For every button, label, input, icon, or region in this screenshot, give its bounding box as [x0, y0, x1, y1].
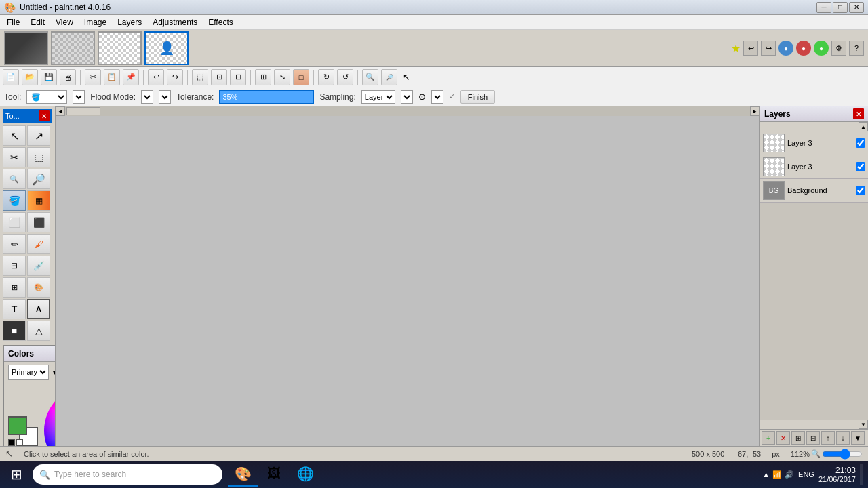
tool-dropdown[interactable]: ▾	[73, 90, 85, 104]
show-desktop[interactable]	[860, 464, 863, 485]
sampling-icon-dropdown[interactable]: ▾	[431, 90, 443, 104]
layer-visible-2[interactable]	[856, 162, 865, 171]
menu-edit[interactable]: Edit	[25, 16, 50, 28]
tool-fill-rect[interactable]: ■	[3, 321, 26, 341]
layer-visible-1[interactable]	[856, 138, 865, 148]
tool-triangle[interactable]: △	[27, 321, 50, 341]
layers-more-btn[interactable]: ▼	[851, 431, 865, 445]
layers-up-btn[interactable]: ↑	[821, 431, 835, 445]
tool-shape1[interactable]: ⬜	[3, 212, 26, 232]
undo-btn[interactable]: ↩	[148, 69, 164, 85]
zoom-out-btn[interactable]: 🔎	[381, 69, 397, 85]
tool-pencil[interactable]: ✏	[3, 234, 26, 254]
save-btn[interactable]: 💾	[41, 69, 57, 85]
toolbox-close[interactable]: ✕	[39, 110, 50, 121]
zoom-slider[interactable]	[822, 449, 863, 460]
tool-arrow[interactable]: ↖	[3, 125, 26, 146]
layer-visible-3[interactable]	[856, 186, 865, 195]
taskbar-search[interactable]: 🔍 Type here to search	[33, 464, 222, 485]
layers-add-btn[interactable]: +	[762, 431, 775, 445]
layer-item-1[interactable]: Layer 3	[760, 131, 868, 155]
help-icon[interactable]: ?	[849, 41, 864, 56]
tool-recolor[interactable]: 🎨	[27, 277, 50, 298]
taskbar-app-browser[interactable]: 🌐	[290, 462, 320, 487]
thumbnail-1[interactable]	[4, 31, 48, 65]
scroll-right-arrow[interactable]: ►	[750, 106, 760, 116]
tool-gradient[interactable]: ▦	[27, 190, 50, 211]
rotate-cw-btn[interactable]: ↻	[318, 69, 334, 85]
layers-duplicate-btn[interactable]: ⊞	[791, 431, 805, 445]
tool-text[interactable]: T	[3, 299, 26, 319]
color-wheel[interactable]	[44, 386, 56, 446]
select-all-btn[interactable]: ⬚	[192, 69, 208, 85]
open-btn[interactable]: 📂	[22, 69, 38, 85]
menu-image[interactable]: Image	[79, 16, 112, 28]
tool-paintbucket[interactable]: 🪣	[3, 190, 26, 211]
tool-zoom[interactable]: 🔍	[3, 169, 26, 189]
layers-down-btn[interactable]: ↓	[836, 431, 850, 445]
scroll-left-arrow[interactable]: ◄	[56, 106, 65, 116]
deselect-btn[interactable]: ⊡	[211, 69, 227, 85]
tool-magic-select[interactable]: ⬚	[27, 147, 50, 167]
crop-btn[interactable]: ⊞	[255, 69, 271, 85]
layers-down-arrow[interactable]: ▼	[859, 420, 868, 429]
title-controls[interactable]: ─ □ ✕	[816, 2, 864, 13]
tool-colorpicker[interactable]: 💉	[27, 256, 50, 276]
copy-btn[interactable]: 📋	[104, 69, 120, 85]
start-button[interactable]: ⊞	[3, 462, 30, 487]
layers-close[interactable]: ✕	[853, 108, 864, 119]
print-btn[interactable]: 🖨	[60, 69, 76, 85]
thumbnail-2[interactable]	[51, 31, 95, 65]
tool-brush[interactable]: 🖌	[27, 234, 50, 254]
paste-btn[interactable]: 📌	[123, 69, 139, 85]
rotate-ccw-btn[interactable]: ↺	[337, 69, 353, 85]
tool-shape2[interactable]: ⬛	[27, 212, 50, 232]
sampling-dropdown[interactable]: ▾	[401, 90, 413, 104]
h-scroll-thumb[interactable]	[66, 107, 100, 115]
horizontal-scrollbar[interactable]: ◄ ►	[56, 106, 760, 116]
taskbar-app-paintnet[interactable]: 🎨	[228, 462, 258, 487]
layers-delete-btn[interactable]: ✕	[776, 431, 790, 445]
layer-item-2[interactable]: Layer 3	[760, 155, 868, 179]
fg-color-swatch[interactable]	[8, 416, 27, 435]
layer-item-3[interactable]: BG Background	[760, 179, 868, 203]
menu-layers[interactable]: Layers	[112, 16, 147, 28]
canvas-size-btn[interactable]: □	[293, 69, 309, 85]
menu-effects[interactable]: Effects	[203, 16, 238, 28]
flood-mode-select[interactable]: ▾	[141, 90, 153, 104]
finish-button[interactable]: Finish	[460, 90, 495, 104]
primary-select[interactable]: Primary	[8, 365, 49, 380]
cut-btn[interactable]: ✂	[85, 69, 101, 85]
taskbar-app-photos[interactable]: 🖼	[259, 462, 289, 487]
tool-pan[interactable]: 🔎	[27, 169, 50, 189]
settings-icon[interactable]: ⚙	[831, 41, 846, 56]
language-indicator[interactable]: ENG	[798, 470, 814, 479]
tool-move[interactable]: ↗	[27, 125, 50, 146]
thumbnail-4[interactable]: 👤	[144, 31, 189, 65]
tool-select[interactable]: 🪣	[26, 90, 67, 104]
tray-arrow[interactable]: ▲	[762, 470, 770, 479]
close-button[interactable]: ✕	[849, 2, 864, 13]
color-wheel-container[interactable]	[41, 384, 56, 446]
thumbnail-3[interactable]	[98, 31, 142, 65]
history-icon[interactable]: ↩	[743, 41, 758, 56]
zoom-in-btn[interactable]: 🔍	[362, 69, 378, 85]
redo-btn[interactable]: ↪	[167, 69, 183, 85]
invert-sel-btn[interactable]: ⊟	[230, 69, 246, 85]
tool-eraser[interactable]: ⊟	[3, 256, 26, 276]
minimize-button[interactable]: ─	[816, 2, 831, 13]
resize-btn[interactable]: ⤡	[274, 69, 290, 85]
tool-lasso[interactable]: ✂	[3, 147, 26, 167]
sampling-select[interactable]: Layer	[361, 90, 395, 104]
menu-file[interactable]: File	[1, 16, 25, 28]
flood-mode-type[interactable]: ▾	[159, 90, 171, 104]
redo-icon[interactable]: ↪	[761, 41, 776, 56]
layers-up-arrow[interactable]: ▲	[859, 122, 868, 131]
tool-outline-text[interactable]: A	[27, 299, 50, 319]
tolerance-input[interactable]	[219, 90, 314, 104]
clock[interactable]: 21:03 21/06/2017	[818, 466, 856, 483]
cursor-icon[interactable]: ↖	[403, 72, 410, 82]
maximize-button[interactable]: □	[833, 2, 848, 13]
tool-stamp[interactable]: ⊞	[3, 277, 26, 298]
menu-adjustments[interactable]: Adjustments	[147, 16, 203, 28]
